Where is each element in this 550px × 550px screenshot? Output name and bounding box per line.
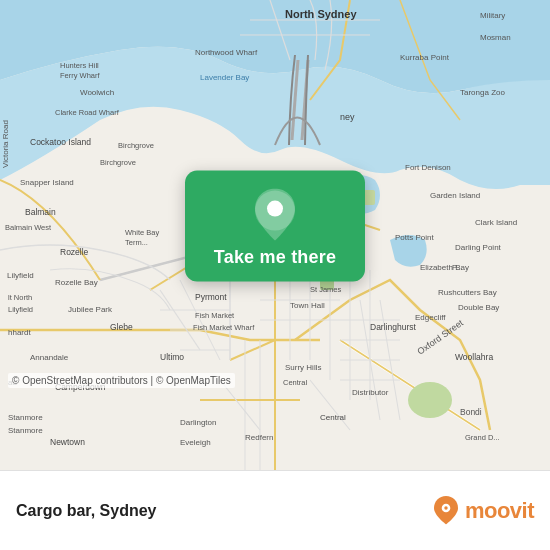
map-area: North Sydney Northwood Wharf Hunters Hil… <box>0 0 550 470</box>
svg-text:Annandale: Annandale <box>30 353 69 362</box>
svg-text:Pyrmont: Pyrmont <box>195 292 227 302</box>
svg-text:Hunters Hill: Hunters Hill <box>60 61 99 70</box>
moovit-icon <box>431 496 461 526</box>
svg-text:Lavender Bay: Lavender Bay <box>200 73 249 82</box>
svg-text:Rushcutters Bay: Rushcutters Bay <box>438 288 497 297</box>
svg-text:Central: Central <box>283 378 308 387</box>
bottom-bar: Cargo bar, Sydney moovit <box>0 470 550 550</box>
svg-text:Victoria Road: Victoria Road <box>1 120 10 168</box>
svg-text:lt North: lt North <box>8 293 32 302</box>
svg-text:Surry Hills: Surry Hills <box>285 363 321 372</box>
moovit-text: moovit <box>465 498 534 524</box>
svg-text:Stanmore: Stanmore <box>8 413 43 422</box>
take-me-there-button[interactable]: Take me there <box>214 247 336 268</box>
svg-text:Mosman: Mosman <box>480 33 511 42</box>
svg-text:Rozelle: Rozelle <box>60 247 89 257</box>
svg-text:North Sydney: North Sydney <box>285 8 357 20</box>
moovit-logo[interactable]: moovit <box>431 496 534 526</box>
location-pin-icon <box>251 189 299 237</box>
svg-text:ney: ney <box>340 112 355 122</box>
location-info: Cargo bar, Sydney <box>16 502 157 520</box>
svg-text:Central: Central <box>320 413 346 422</box>
svg-text:Bondi: Bondi <box>460 407 482 417</box>
svg-text:Woolwich: Woolwich <box>80 88 114 97</box>
svg-point-71 <box>269 203 281 215</box>
svg-text:Military: Military <box>480 11 505 20</box>
svg-text:Newtown: Newtown <box>50 437 85 447</box>
svg-text:Stanmore: Stanmore <box>8 426 43 435</box>
svg-text:Birchgrove: Birchgrove <box>100 158 136 167</box>
svg-text:Potts Point: Potts Point <box>395 233 434 242</box>
svg-text:Cockatoo Island: Cockatoo Island <box>30 137 91 147</box>
svg-text:Darlinghurst: Darlinghurst <box>370 322 416 332</box>
svg-text:Northwood Wharf: Northwood Wharf <box>195 48 258 57</box>
svg-text:Grand D...: Grand D... <box>465 433 500 442</box>
svg-text:Fish Market Wharf: Fish Market Wharf <box>193 323 255 332</box>
svg-text:Lilyfield: Lilyfield <box>7 271 34 280</box>
svg-text:White Bay: White Bay <box>125 228 159 237</box>
location-card: Take me there <box>185 171 365 282</box>
map-attribution: © OpenStreetMap contributors | © OpenMap… <box>8 373 235 388</box>
svg-text:Eveleigh: Eveleigh <box>180 438 211 447</box>
svg-text:Glebe: Glebe <box>110 322 133 332</box>
svg-text:hhardt: hhardt <box>8 328 31 337</box>
svg-point-73 <box>444 506 447 509</box>
svg-text:Ultimo: Ultimo <box>160 352 184 362</box>
svg-text:Woollahra: Woollahra <box>455 352 493 362</box>
svg-text:Jubilee Park: Jubilee Park <box>68 305 113 314</box>
svg-point-4 <box>408 382 452 418</box>
svg-text:Birchgrove: Birchgrove <box>118 141 154 150</box>
svg-text:Snapper Island: Snapper Island <box>20 178 74 187</box>
svg-text:Clarke Road Wharf: Clarke Road Wharf <box>55 108 120 117</box>
svg-text:Edgecliff: Edgecliff <box>415 313 446 322</box>
location-name: Cargo bar, Sydney <box>16 502 157 520</box>
svg-text:Distributor: Distributor <box>352 388 389 397</box>
svg-text:Clark Island: Clark Island <box>475 218 517 227</box>
svg-text:Double Bay: Double Bay <box>458 303 499 312</box>
svg-text:Lilyfield: Lilyfield <box>8 305 33 314</box>
svg-text:Redfern: Redfern <box>245 433 273 442</box>
svg-text:St James: St James <box>310 285 342 294</box>
svg-text:Ferry Wharf: Ferry Wharf <box>60 71 101 80</box>
svg-text:Fort Denison: Fort Denison <box>405 163 451 172</box>
svg-text:Garden Island: Garden Island <box>430 191 480 200</box>
svg-text:Term...: Term... <box>125 238 148 247</box>
svg-text:Balmain West: Balmain West <box>5 223 52 232</box>
svg-text:Town Hall: Town Hall <box>290 301 325 310</box>
svg-text:Darlington: Darlington <box>180 418 216 427</box>
svg-text:Kurraba Point: Kurraba Point <box>400 53 450 62</box>
svg-text:Taronga Zoo: Taronga Zoo <box>460 88 505 97</box>
svg-text:Elizabeth Bay: Elizabeth Bay <box>420 263 469 272</box>
svg-text:Rozelle Bay: Rozelle Bay <box>55 278 98 287</box>
svg-text:Darling Point: Darling Point <box>455 243 502 252</box>
svg-text:Fish Market: Fish Market <box>195 311 235 320</box>
svg-text:Balmain: Balmain <box>25 207 56 217</box>
